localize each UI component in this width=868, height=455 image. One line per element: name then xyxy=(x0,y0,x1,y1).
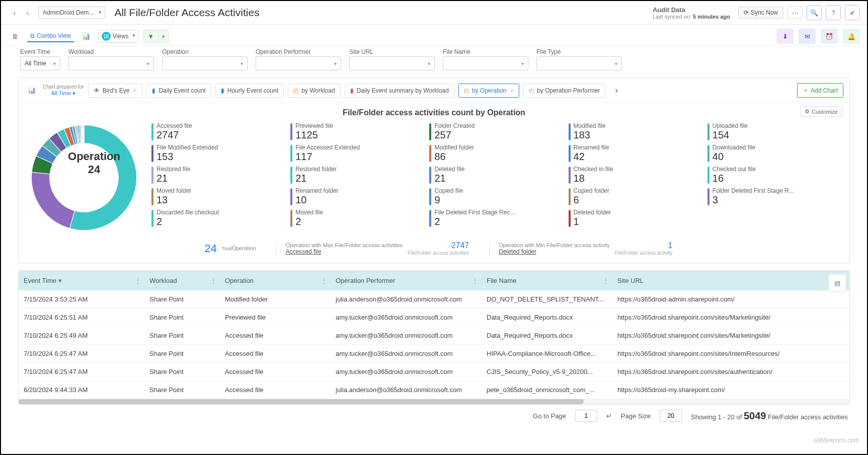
legend-item[interactable]: Folder Created257 xyxy=(429,122,561,141)
column-menu-icon[interactable]: ⋮ xyxy=(471,277,479,285)
goto-page-label: Go to Page xyxy=(533,412,566,420)
legend-item[interactable]: Uploaded file154 xyxy=(707,122,839,141)
table-header-row: Event Time ▾⋮ Workload⋮ Operation⋮ Opera… xyxy=(19,271,849,290)
data-table: ▤ Event Time ▾⋮ Workload⋮ Operation⋮ Ope… xyxy=(18,270,850,405)
table-row[interactable]: 7/10/2024 6:25:49 AMShare PointAccessed … xyxy=(19,327,849,345)
legend-item[interactable]: File Accessed Extended117 xyxy=(290,144,422,163)
legend-item[interactable]: Renamed file42 xyxy=(569,144,700,163)
col-header-operation[interactable]: Operation⋮ xyxy=(220,271,331,290)
schedule-button[interactable]: ⏰ xyxy=(821,29,838,44)
alert-button[interactable]: 🔔 xyxy=(843,29,860,44)
sync-now-button[interactable]: ⟳ Sync Now xyxy=(738,7,783,19)
legend-item[interactable]: Discarded file checkout2 xyxy=(151,209,283,228)
filter-button[interactable]: ▼ xyxy=(143,30,159,43)
col-header-performer[interactable]: Operation Performer⋮ xyxy=(331,271,482,290)
col-header-site-url[interactable]: Site URL xyxy=(612,271,849,290)
tenant-dropdown[interactable]: AdminDroid Dem... xyxy=(38,7,105,19)
legend-item[interactable]: Moved folder13 xyxy=(151,187,283,206)
tab-hourly-count[interactable]: ▮Hourly Event count xyxy=(215,84,284,98)
close-icon[interactable]: × xyxy=(511,88,514,94)
col-header-event-time[interactable]: Event Time ▾⋮ xyxy=(19,271,144,290)
tab-by-operation[interactable]: ◴by Operation× xyxy=(458,84,519,98)
donut-chart[interactable]: Operation 24 xyxy=(29,122,139,233)
column-menu-icon[interactable]: ⋮ xyxy=(602,277,609,285)
email-button[interactable]: ✉ xyxy=(799,29,816,44)
column-menu-icon[interactable]: ⋮ xyxy=(321,277,328,285)
chart-view-button[interactable]: 📊 xyxy=(79,29,93,43)
tab-daily-workload[interactable]: ▮Daily Event summary by Workload xyxy=(345,84,454,98)
legend-item[interactable]: Modified file183 xyxy=(569,122,700,141)
chart-icon: 📊 xyxy=(82,33,90,40)
legend-item[interactable]: Renamed folder10 xyxy=(290,187,422,206)
search-button[interactable]: 🔍 xyxy=(807,5,822,20)
table-row[interactable]: 7/15/2024 3:53:25 AMShare PointModified … xyxy=(19,290,849,309)
goto-page-input[interactable] xyxy=(575,410,597,422)
column-menu-icon[interactable]: ⋮ xyxy=(210,277,217,285)
views-count-badge: 18 xyxy=(102,32,111,41)
legend-item[interactable]: File Deleted First Stage Recy...2 xyxy=(429,209,561,228)
tab-by-performer[interactable]: ◴by Operation Performer xyxy=(523,84,605,98)
customize-button[interactable]: ⚙Customize xyxy=(800,106,842,117)
legend-item[interactable]: Accessed file2747 xyxy=(151,122,283,141)
tab-birds-eye[interactable]: 👁Bird's Eye⤢ xyxy=(88,84,143,98)
sort-desc-icon: ▾ xyxy=(58,277,62,284)
legend-item[interactable]: File Modified Extended153 xyxy=(151,144,283,163)
tab-scroll-right[interactable]: › xyxy=(609,84,623,98)
audit-info: Audit Data Last synced on: 5 minutes ago xyxy=(653,6,730,20)
legend-item[interactable]: Restored folder21 xyxy=(290,166,422,184)
legend-item[interactable]: Moved file2 xyxy=(290,209,422,228)
legend-item[interactable]: Previewed file1125 xyxy=(290,122,422,141)
add-chart-button[interactable]: ＋Add Chart xyxy=(797,83,843,98)
horizontal-scrollbar[interactable] xyxy=(19,399,849,404)
download-button[interactable]: ⬇ xyxy=(776,29,794,44)
combo-icon: ⧉ xyxy=(30,32,35,39)
column-menu-icon[interactable]: ⋮ xyxy=(134,277,141,285)
legend-item[interactable]: Copied file9 xyxy=(429,187,561,206)
nav-back-button[interactable]: ‹ xyxy=(8,6,21,19)
max-activity-link[interactable]: Accessed file xyxy=(286,248,322,255)
legend-item[interactable]: Downloaded file40 xyxy=(707,144,839,163)
tab-by-workload[interactable]: ◴by Workload xyxy=(288,84,340,98)
bell-icon: 🔔 xyxy=(847,33,855,40)
event-time-select[interactable]: All Time▾ xyxy=(20,56,60,70)
workload-select[interactable]: ▾ xyxy=(68,56,154,70)
nav-forward-button[interactable]: › xyxy=(21,6,34,19)
bar-icon: ▮ xyxy=(221,87,224,94)
table-row[interactable]: 6/20/2024 9:44:33 AMShare PointAccessed … xyxy=(19,381,849,399)
tab-daily-count[interactable]: ▮Daily Event count xyxy=(146,84,211,98)
operation-select[interactable]: ▾ xyxy=(162,56,248,70)
file-type-select[interactable]: ▾ xyxy=(536,56,622,70)
help-button[interactable]: ? xyxy=(826,5,841,20)
legend-item[interactable]: Checked out file16 xyxy=(707,166,839,184)
legend-item[interactable]: Copied folder6 xyxy=(569,187,700,206)
chart-prepared-for[interactable]: Chart prepared for All Time ▾ xyxy=(43,84,84,97)
site-url-select[interactable]: ▾ xyxy=(349,56,435,70)
verify-button[interactable]: ✔ xyxy=(845,5,860,20)
legend-item[interactable]: Deleted file21 xyxy=(429,166,561,184)
page-size-input[interactable] xyxy=(660,410,682,422)
legend-item[interactable]: Folder Deleted First Stage R...3 xyxy=(707,187,839,206)
table-row[interactable]: 7/10/2024 6:25:47 AMShare PointAccessed … xyxy=(19,345,849,363)
document-view-button[interactable]: 🗎 xyxy=(8,29,22,43)
chart-type-button[interactable]: 📊 xyxy=(25,84,39,98)
legend-item[interactable]: Modified folder86 xyxy=(429,144,561,163)
col-header-file-name[interactable]: File Name⋮ xyxy=(482,271,612,290)
legend-item[interactable]: Restored file21 xyxy=(151,166,283,184)
legend-item[interactable]: Deleted folder1 xyxy=(569,209,700,228)
goto-submit-icon[interactable]: ↵ xyxy=(606,412,612,420)
more-options-button[interactable]: ⋯ xyxy=(787,6,803,19)
filter-row: Event Time All Time▾ Workload ▾ Operatio… xyxy=(1,46,867,75)
min-activity-link[interactable]: Deleted folder xyxy=(499,248,536,255)
file-name-select[interactable]: ▾ xyxy=(443,56,528,70)
views-dropdown[interactable]: 18 Views xyxy=(98,30,138,43)
table-row[interactable]: 7/10/2024 6:25:47 AMShare PointAccessed … xyxy=(19,363,849,381)
col-header-workload[interactable]: Workload⋮ xyxy=(144,271,220,290)
filter-split-button[interactable]: ▾ xyxy=(159,30,169,43)
combo-view-tab[interactable]: ⧉ Combo View xyxy=(27,30,74,42)
legend-item[interactable]: Checked in file18 xyxy=(569,166,700,184)
table-row[interactable]: 7/10/2024 6:25:51 AMShare PointPreviewed… xyxy=(19,309,849,327)
performer-select[interactable]: ▾ xyxy=(256,56,341,70)
top-header: ‹ › AdminDroid Dem... All File/Folder Ac… xyxy=(1,1,867,25)
filter-label: Workload xyxy=(68,48,154,55)
eye-icon: 👁 xyxy=(94,87,100,94)
